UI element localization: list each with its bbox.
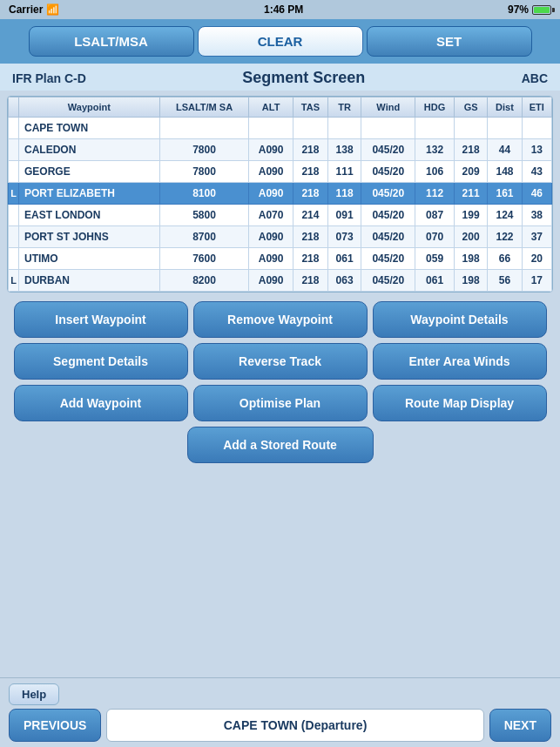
alt-cell: A090 — [249, 226, 293, 248]
l-indicator — [9, 161, 19, 183]
col-wind: Wind — [361, 98, 415, 118]
col-tr: TR — [327, 98, 361, 118]
hdg-cell: 070 — [415, 226, 455, 248]
waypoint-cell: CAPE TOWN — [19, 118, 160, 139]
hdg-cell: 132 — [415, 139, 455, 161]
hdg-cell: 059 — [415, 248, 455, 270]
col-gs: GS — [454, 98, 487, 118]
current-location: CAPE TOWN (Departure) — [106, 709, 483, 742]
waypoint-cell: DURBAN — [19, 270, 160, 292]
l-indicator: L — [9, 183, 19, 205]
col-eti: ETI — [522, 98, 551, 118]
l-indicator — [9, 226, 19, 248]
col-hdg: HDG — [415, 98, 455, 118]
table-row[interactable]: UTIMO7600A090218061045/200591986620 — [9, 248, 552, 270]
dist-cell: 161 — [488, 183, 522, 205]
dist-cell: 66 — [488, 248, 522, 270]
dist-cell: 56 — [488, 270, 522, 292]
col-alt: ALT — [249, 98, 293, 118]
hdg-cell: 061 — [415, 270, 455, 292]
table-row[interactable]: PORT ST JOHNS8700A090218073045/200702001… — [9, 226, 552, 248]
gs-cell: 209 — [454, 161, 487, 183]
table-row[interactable]: CALEDON7800A090218138045/201322184413 — [9, 139, 552, 161]
alt-cell: A090 — [249, 139, 293, 161]
tas-cell: 218 — [293, 183, 327, 205]
alt-cell: A070 — [249, 205, 293, 226]
optimise-plan-button[interactable]: Optimise Plan — [193, 385, 368, 421]
alt-cell: A090 — [249, 270, 293, 292]
status-time: 1:46 PM — [264, 3, 303, 16]
tas-cell: 218 — [293, 248, 327, 270]
wifi-icon: 📶 — [46, 3, 59, 16]
gs-cell — [454, 118, 487, 139]
gs-cell: 211 — [454, 183, 487, 205]
alt-cell: A090 — [249, 248, 293, 270]
l-indicator — [9, 205, 19, 226]
set-button[interactable]: SET — [367, 26, 532, 57]
tr-cell — [327, 118, 361, 139]
battery-percent: 97% — [508, 3, 529, 16]
next-button[interactable]: NEXT — [489, 709, 551, 742]
dist-cell: 124 — [488, 205, 522, 226]
battery-info: 97% — [508, 3, 551, 16]
alt-cell — [249, 118, 293, 139]
add-stored-route-button[interactable]: Add a Stored Route — [187, 427, 374, 463]
wind-cell: 045/20 — [361, 270, 415, 292]
table-row[interactable]: EAST LONDON5800A070214091045/20087199124… — [9, 205, 552, 226]
tr-cell: 061 — [327, 248, 361, 270]
status-bar: Carrier 📶 1:46 PM 97% — [0, 0, 560, 19]
tr-cell: 063 — [327, 270, 361, 292]
alt-cell: A090 — [249, 183, 293, 205]
tr-cell: 118 — [327, 183, 361, 205]
waypoint-table-container: Waypoint LSALT/M SA ALT TAS TR Wind HDG … — [7, 96, 553, 293]
carrier-text: Carrier — [9, 3, 43, 16]
reverse-track-button[interactable]: Reverse Track — [193, 343, 368, 380]
remove-waypoint-button[interactable]: Remove Waypoint — [193, 301, 368, 338]
wind-cell: 045/20 — [361, 183, 415, 205]
lsalt-msa-button[interactable]: LSALT/MSA — [29, 26, 194, 57]
eti-cell: 46 — [522, 183, 551, 205]
table-row[interactable]: LDURBAN8200A090218063045/200611985617 — [9, 270, 552, 292]
hdg-cell: 087 — [415, 205, 455, 226]
table-row[interactable]: CAPE TOWN — [9, 118, 552, 139]
previous-button[interactable]: PREVIOUS — [9, 709, 101, 742]
add-waypoint-button[interactable]: Add Waypoint — [14, 385, 188, 421]
waypoint-details-button[interactable]: Waypoint Details — [373, 301, 547, 338]
alt-cell: A090 — [249, 161, 293, 183]
action-buttons-area: Insert Waypoint Remove Waypoint Waypoint… — [0, 298, 560, 467]
wind-cell: 045/20 — [361, 161, 415, 183]
lsalt-cell: 8100 — [159, 183, 248, 205]
gs-cell: 218 — [454, 139, 487, 161]
lsalt-cell: 7600 — [159, 248, 248, 270]
l-indicator — [9, 118, 19, 139]
route-map-display-button[interactable]: Route Map Display — [373, 385, 547, 421]
col-dist: Dist — [488, 98, 522, 118]
eti-cell — [522, 118, 551, 139]
col-lsalt: LSALT/M SA — [159, 98, 248, 118]
eti-cell: 38 — [522, 205, 551, 226]
tas-cell: 218 — [293, 161, 327, 183]
table-row[interactable]: GEORGE7800A090218111045/2010620914843 — [9, 161, 552, 183]
hdg-cell: 112 — [415, 183, 455, 205]
wind-cell: 045/20 — [361, 139, 415, 161]
insert-waypoint-button[interactable]: Insert Waypoint — [14, 301, 188, 338]
button-row-4: Add a Stored Route — [7, 427, 553, 463]
segment-details-button[interactable]: Segment Details — [14, 343, 188, 380]
tr-cell: 091 — [327, 205, 361, 226]
eti-cell: 43 — [522, 161, 551, 183]
waypoint-cell: PORT ELIZABETH — [19, 183, 160, 205]
help-button[interactable]: Help — [9, 683, 59, 705]
col-tas: TAS — [293, 98, 327, 118]
gs-cell: 198 — [454, 270, 487, 292]
button-row-2: Segment Details Reverse Track Enter Area… — [7, 343, 553, 380]
waypoint-cell: CALEDON — [19, 139, 160, 161]
enter-area-winds-button[interactable]: Enter Area Winds — [373, 343, 547, 380]
hdg-cell — [415, 118, 455, 139]
dist-cell: 44 — [488, 139, 522, 161]
clear-button[interactable]: CLEAR — [198, 26, 363, 57]
lsalt-cell: 5800 — [159, 205, 248, 226]
tas-cell: 218 — [293, 226, 327, 248]
col-l — [9, 98, 19, 118]
table-row[interactable]: LPORT ELIZABETH8100A090218118045/2011221… — [9, 183, 552, 205]
tr-cell: 073 — [327, 226, 361, 248]
